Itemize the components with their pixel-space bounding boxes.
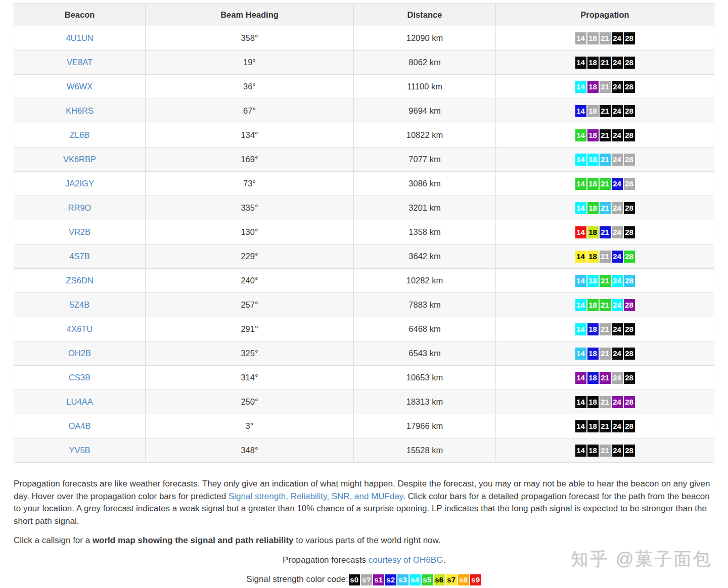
beacon-callsign-link[interactable]: VR2B [69, 227, 90, 236]
beacon-callsign-link[interactable]: 4U1UN [66, 33, 93, 42]
propagation-band-chip[interactable]: 14 [575, 178, 586, 190]
propagation-band-chip[interactable]: 18 [587, 105, 599, 117]
propagation-band-chip[interactable]: 18 [587, 178, 599, 190]
propagation-band-chip[interactable]: 24 [612, 129, 623, 141]
beacon-callsign-link[interactable]: OA4B [68, 421, 90, 430]
propagation-band-chip[interactable]: 21 [600, 129, 611, 141]
propagation-band-chip[interactable]: 21 [600, 105, 611, 117]
propagation-band-chip[interactable]: 24 [612, 396, 623, 408]
propagation-band-chip[interactable]: 14 [575, 251, 586, 263]
propagation-band-chip[interactable]: 14 [575, 57, 586, 69]
propagation-band-chip[interactable]: 24 [612, 275, 623, 287]
propagation-band-chip[interactable]: 21 [600, 57, 611, 69]
propagation-band-chip[interactable]: 21 [600, 372, 611, 384]
propagation-band-chip[interactable]: 21 [600, 396, 611, 408]
propagation-band-chip[interactable]: 24 [612, 57, 623, 69]
propagation-band-chip[interactable]: 18 [587, 420, 599, 432]
propagation-band-chip[interactable]: 18 [587, 323, 599, 335]
propagation-band-chip[interactable]: 18 [587, 81, 599, 93]
propagation-band-chip[interactable]: 21 [600, 275, 611, 287]
propagation-band-chip[interactable]: 21 [600, 323, 611, 335]
beacon-callsign-link[interactable]: 4S7B [69, 252, 89, 261]
propagation-band-chip[interactable]: 28 [624, 445, 635, 457]
propagation-band-chip[interactable]: 28 [624, 129, 635, 141]
beacon-callsign-link[interactable]: 5Z4B [70, 300, 89, 309]
propagation-band-chip[interactable]: 24 [612, 202, 623, 214]
propagation-band-chip[interactable]: 21 [600, 251, 611, 263]
signal-strength-link[interactable]: Signal strength, Reliability, SNR, and M… [229, 492, 403, 501]
beacon-callsign-link[interactable]: RR9O [68, 203, 92, 212]
propagation-band-chip[interactable]: 18 [587, 445, 599, 457]
propagation-band-chip[interactable]: 24 [612, 178, 623, 190]
beacon-callsign-link[interactable]: VE8AT [67, 58, 93, 67]
propagation-band-chip[interactable]: 28 [624, 275, 635, 287]
propagation-band-chip[interactable]: 24 [612, 445, 623, 457]
beacon-callsign-link[interactable]: JA2IGY [65, 179, 94, 188]
propagation-band-chip[interactable]: 28 [624, 251, 635, 263]
propagation-band-chip[interactable]: 14 [575, 202, 586, 214]
propagation-band-chip[interactable]: 18 [587, 32, 599, 44]
propagation-band-chip[interactable]: 18 [587, 57, 599, 69]
propagation-band-chip[interactable]: 14 [575, 420, 586, 432]
propagation-band-chip[interactable]: 14 [575, 445, 586, 457]
propagation-band-chip[interactable]: 28 [624, 226, 635, 238]
beacon-callsign-link[interactable]: ZS6DN [66, 276, 93, 285]
propagation-band-chip[interactable]: 24 [612, 323, 623, 335]
propagation-band-chip[interactable]: 28 [624, 202, 635, 214]
propagation-band-chip[interactable]: 14 [575, 105, 586, 117]
propagation-band-chip[interactable]: 18 [587, 251, 599, 263]
propagation-band-chip[interactable]: 21 [600, 81, 611, 93]
propagation-band-chip[interactable]: 28 [624, 57, 635, 69]
beacon-callsign-link[interactable]: CS3B [69, 373, 90, 382]
propagation-band-chip[interactable]: 14 [575, 129, 586, 141]
propagation-band-chip[interactable]: 21 [600, 202, 611, 214]
propagation-band-chip[interactable]: 18 [587, 348, 599, 360]
beacon-callsign-link[interactable]: VK6RBP [63, 155, 96, 164]
propagation-band-chip[interactable]: 21 [600, 32, 611, 44]
propagation-band-chip[interactable]: 28 [624, 81, 635, 93]
propagation-band-chip[interactable]: 14 [575, 32, 586, 44]
propagation-band-chip[interactable]: 28 [624, 348, 635, 360]
propagation-band-chip[interactable]: 24 [612, 251, 623, 263]
propagation-band-chip[interactable]: 18 [587, 372, 599, 384]
propagation-band-chip[interactable]: 21 [600, 299, 611, 311]
propagation-band-chip[interactable]: 28 [624, 154, 635, 166]
propagation-band-chip[interactable]: 28 [624, 32, 635, 44]
propagation-band-chip[interactable]: 18 [587, 154, 599, 166]
propagation-band-chip[interactable]: 28 [624, 299, 635, 311]
propagation-band-chip[interactable]: 14 [575, 275, 586, 287]
propagation-band-chip[interactable]: 18 [587, 299, 599, 311]
beacon-callsign-link[interactable]: OH2B [68, 349, 91, 358]
propagation-band-chip[interactable]: 24 [612, 154, 623, 166]
propagation-band-chip[interactable]: 24 [612, 420, 623, 432]
beacon-callsign-link[interactable]: LU4AA [66, 397, 93, 406]
propagation-band-chip[interactable]: 28 [624, 178, 635, 190]
oh6bg-link[interactable]: courtesy of OH6BG [369, 555, 443, 565]
propagation-band-chip[interactable]: 18 [587, 129, 599, 141]
propagation-band-chip[interactable]: 18 [587, 226, 599, 238]
propagation-band-chip[interactable]: 14 [575, 348, 586, 360]
beacon-callsign-link[interactable]: KH6RS [66, 106, 94, 115]
propagation-band-chip[interactable]: 24 [612, 32, 623, 44]
propagation-band-chip[interactable]: 28 [624, 372, 635, 384]
beacon-callsign-link[interactable]: W6WX [67, 82, 93, 91]
propagation-band-chip[interactable]: 18 [587, 275, 599, 287]
propagation-band-chip[interactable]: 24 [612, 226, 623, 238]
propagation-band-chip[interactable]: 24 [612, 348, 623, 360]
propagation-band-chip[interactable]: 28 [624, 396, 635, 408]
propagation-band-chip[interactable]: 21 [600, 154, 611, 166]
propagation-band-chip[interactable]: 14 [575, 396, 586, 408]
propagation-band-chip[interactable]: 14 [575, 372, 586, 384]
propagation-band-chip[interactable]: 18 [587, 396, 599, 408]
propagation-band-chip[interactable]: 14 [575, 81, 586, 93]
beacon-callsign-link[interactable]: 4X6TU [67, 324, 93, 333]
propagation-band-chip[interactable]: 28 [624, 323, 635, 335]
propagation-band-chip[interactable]: 14 [575, 226, 586, 238]
propagation-band-chip[interactable]: 14 [575, 154, 586, 166]
propagation-band-chip[interactable]: 21 [600, 178, 611, 190]
propagation-band-chip[interactable]: 24 [612, 372, 623, 384]
propagation-band-chip[interactable]: 18 [587, 202, 599, 214]
beacon-callsign-link[interactable]: YV5B [69, 446, 90, 455]
propagation-band-chip[interactable]: 21 [600, 420, 611, 432]
propagation-band-chip[interactable]: 24 [612, 81, 623, 93]
